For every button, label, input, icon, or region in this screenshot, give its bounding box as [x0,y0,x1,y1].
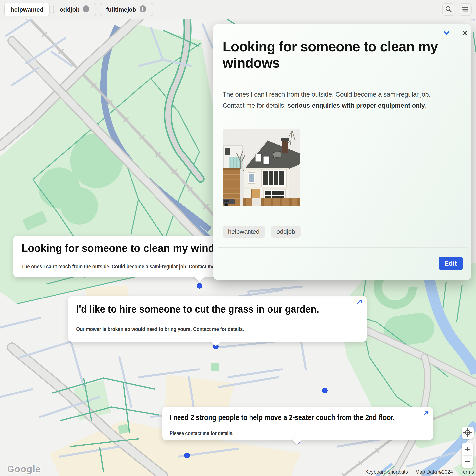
post-tags: helpwanted oddjob [222,226,301,238]
map-marker[interactable] [197,283,202,289]
my-location-button[interactable] [462,427,474,439]
post-title: Looking for someone to clean my windows [222,38,462,71]
post-card-title: I need 2 strong people to help move a 2-… [170,412,429,422]
divider [218,116,467,117]
tag-oddjob: oddjob [271,226,301,238]
close-icon[interactable] [461,29,469,38]
filter-chip-oddjob[interactable]: oddjob [53,3,96,16]
post-description-line2: Contact me for details, serious enquirie… [222,100,462,111]
map-attribution: Keyboard shortcuts Map Data ©2024 Terms [365,469,474,475]
house-photo[interactable] [222,129,300,206]
add-filter-icon[interactable] [82,5,90,14]
filter-chip-label: fulltimejob [106,6,136,13]
menu-button[interactable] [459,3,472,16]
app: Looking for someone to clean my windows … [0,0,476,476]
filter-toolbar: helpwanted oddjob fulltimejob [0,0,476,19]
map-marker[interactable] [322,388,328,393]
terms-link[interactable]: Terms [460,469,474,475]
edit-button[interactable]: Edit [439,257,463,270]
post-detail-panel: Looking for someone to clean my windows … [213,24,471,280]
add-filter-icon[interactable] [139,5,147,14]
zoom-out-button[interactable]: − [461,456,474,468]
external-link-arrow-icon[interactable] [423,410,429,417]
map-marker[interactable] [184,453,190,458]
map-data-copyright: Map Data ©2024 [415,469,453,475]
keyboard-shortcuts-link[interactable]: Keyboard shortcuts [365,469,408,475]
divider [218,247,467,248]
external-link-arrow-icon[interactable] [356,299,363,306]
filter-chips: helpwanted oddjob fulltimejob [4,3,153,16]
post-description-line1: The ones I can't reach from the outside.… [222,89,462,100]
filter-chip-helpwanted[interactable]: helpwanted [4,3,50,16]
filter-chip-fulltimejob[interactable]: fulltimejob [100,3,153,16]
post-card-description: Our mower is broken so would need to bri… [76,326,312,332]
post-card-cut-grass[interactable]: I'd like to hire someone to cut the gras… [68,296,367,341]
toolbar-actions [442,3,472,16]
hamburger-menu-icon [461,5,469,14]
post-card-move-couch[interactable]: I need 2 strong people to help move a 2-… [162,407,433,440]
filter-chip-label: oddjob [60,6,80,13]
post-card-title: I'd like to hire someone to cut the gras… [76,303,363,315]
filter-chip-label: helpwanted [11,6,43,13]
search-icon [445,5,452,14]
zoom-in-button[interactable]: + [461,443,474,455]
google-logo[interactable]: Google [7,464,41,475]
chevron-down-icon[interactable] [442,29,451,38]
tag-helpwanted: helpwanted [222,226,265,238]
post-card-description: Please contact me for details. [170,430,321,437]
zoom-control: + − [461,443,474,468]
search-button[interactable] [442,3,455,16]
locate-crosshair-icon [463,428,472,438]
